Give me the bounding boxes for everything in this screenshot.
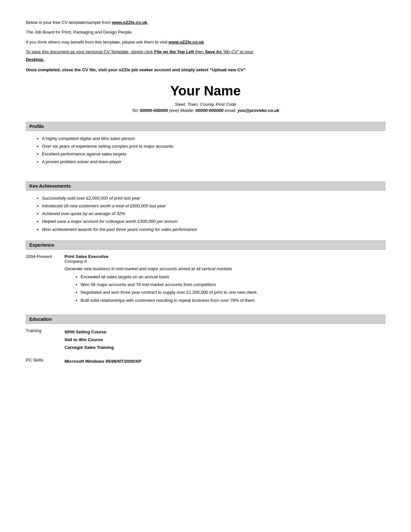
intro-line-2: The Job Board for Print, Packaging and D… — [26, 29, 385, 35]
list-item: Introduced 18 new customers worth a tota… — [42, 203, 385, 209]
cv-name: Your Name — [26, 83, 385, 99]
exp-company: Company A — [64, 259, 385, 264]
intro-link-1[interactable]: www.oZZle.co.uk — [112, 20, 147, 25]
list-item: Excellent performance against sales targ… — [42, 151, 385, 157]
save-bold1: File on the Top Left — [154, 49, 194, 54]
achievements-section: Kev Achievements Successfully sold over … — [26, 182, 385, 233]
contact-email: you@provider.co.uk — [238, 108, 279, 113]
intro-section: Below is your free CV template/sample fr… — [26, 19, 385, 74]
profile-header: Profile — [26, 122, 385, 131]
intro-italic: The — [26, 30, 33, 34]
save-bold3: Desktop. — [26, 57, 44, 62]
profile-bullets: A highly competent digital and litho sal… — [26, 135, 385, 165]
intro-link-2[interactable]: www.oZZle.co.uk — [169, 40, 204, 44]
exp-title: Print Sales Executive — [64, 254, 385, 259]
edu-item: Carnegie Sales Training — [64, 344, 385, 351]
contact-tel-label: Tel: — [132, 108, 140, 113]
experience-header: Experience — [26, 241, 385, 250]
cv-body: Your Name Steet, Town, County, Post Code… — [26, 83, 385, 365]
intro-post-text: . — [147, 20, 149, 25]
exp-content: Print Sales Executive Company A Generate… — [64, 254, 385, 307]
once-line: Once completed, close the CV file, visit… — [26, 67, 385, 73]
contact-mob: 00000-000000 — [195, 108, 223, 113]
education-section: Education Training SPIN Selling Course S… — [26, 315, 385, 365]
profile-section: Profile A highly competent digital and l… — [26, 122, 385, 174]
list-item: A proven problem solver and team-player — [42, 159, 385, 165]
save-line: To save this document as your personal C… — [26, 49, 385, 55]
list-item: Achieved over quota by an average of 32% — [42, 211, 385, 217]
edu-label-training: Training — [26, 328, 64, 352]
intro-pre-text: Below is your free CV template/sample fr… — [26, 20, 112, 25]
exp-summary: Generate new business in mid-market and … — [64, 266, 385, 271]
list-item: Helped save a major account for colleagu… — [42, 218, 385, 225]
edu-item: SPIN Selling Course — [64, 328, 385, 336]
education-entry-pc: PC Skills Microsoft Windows 95/98/NT/200… — [26, 358, 385, 365]
list-item: A highly competent digital and litho sal… — [42, 135, 385, 142]
save-pre: To save this document as your personal C… — [26, 49, 154, 54]
contact-email-label: email: — [223, 108, 238, 113]
list-item: Over six years of experience selling com… — [42, 143, 385, 150]
experience-entry: 2004-Present Print Sales Executive Compa… — [26, 254, 385, 307]
edu-content-pc: Microsoft Windows 95/98/NT/2000/XP — [64, 358, 385, 365]
list-item: Successfully sold over £2,000,000 of pri… — [42, 195, 385, 202]
contact-mob-label: Mobile: — [179, 108, 195, 113]
spacer: , — [26, 169, 27, 174]
save-mid: then — [194, 49, 205, 54]
edu-label-pc: PC Skills — [26, 358, 64, 365]
save-bold2: Save As — [205, 49, 221, 54]
achievements-bullets: Successfully sold over £2,000,000 of pri… — [26, 195, 385, 233]
exp-bullets: Exceeded all sales targets on an annual … — [64, 274, 385, 304]
contact-eve: (eve) — [168, 108, 179, 113]
contact-tel: 00000-000000 — [140, 108, 168, 113]
list-item: Exceeded all sales targets on an annual … — [81, 274, 385, 280]
intro-line3-pre: If you think others may benefit from thi… — [26, 40, 169, 44]
edu-item: Sell to Win Course — [64, 336, 385, 344]
list-item: Negotiated and won three year contract t… — [81, 289, 385, 296]
list-item: Built solid relationships with customers… — [81, 297, 385, 304]
exp-date: 2004-Present — [26, 254, 64, 307]
cv-contact: Tel: 00000-000000 (eve) Mobile: 00000-00… — [26, 108, 385, 113]
list-item: Won achievement awards for the past thre… — [42, 226, 385, 233]
save-rest: “My CV” to your — [221, 49, 253, 54]
edu-item: Microsoft Windows 95/98/NT/2000/XP — [64, 358, 385, 365]
intro-line-3: If you think others may benefit from thi… — [26, 39, 385, 45]
achievements-header: Kev Achievements — [26, 182, 385, 191]
save-line-desktop: Desktop. — [26, 56, 385, 63]
intro-line-1: Below is your free CV template/sample fr… — [26, 19, 385, 26]
edu-content-training: SPIN Selling Course Sell to Win Course C… — [64, 328, 385, 352]
experience-section: Experience 2004-Present Print Sales Exec… — [26, 241, 385, 307]
intro-rest: Job Board for Print, Packaging and Desig… — [33, 30, 132, 34]
education-header: Education — [26, 315, 385, 324]
education-entry-training: Training SPIN Selling Course Sell to Win… — [26, 328, 385, 352]
cv-address: Steet, Town, County, Post Code — [26, 102, 385, 107]
list-item: Won 56 major accounts and 78 mid-market … — [81, 281, 385, 288]
